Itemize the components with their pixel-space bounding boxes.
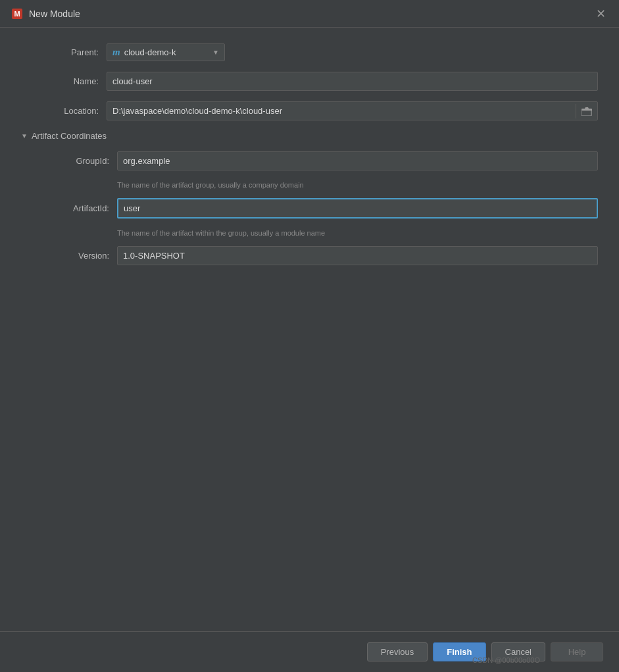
groupId-label: GroupId: xyxy=(32,156,117,166)
artifact-section-header[interactable]: ▼ Artifact Coordinates xyxy=(21,131,598,141)
parent-row: Parent: m cloud-demo-k ▼ xyxy=(21,43,598,61)
title-bar: M New Module ✕ xyxy=(0,0,619,28)
artifactId-row: ArtifactId: xyxy=(32,198,598,219)
name-label: Name: xyxy=(21,76,107,86)
title-bar-left: M New Module xyxy=(11,7,80,20)
collapse-triangle-icon: ▼ xyxy=(21,132,28,140)
version-label: Version: xyxy=(32,251,117,261)
svg-text:M: M xyxy=(14,10,20,18)
help-button[interactable]: Help xyxy=(551,642,603,661)
parent-dropdown[interactable]: m cloud-demo-k ▼ xyxy=(107,43,225,61)
dialog-new-module: M New Module ✕ Parent: m cloud-demo-k ▼ … xyxy=(0,0,619,672)
location-row: Location: xyxy=(21,101,598,120)
parent-value: cloud-demo-k xyxy=(124,47,209,57)
parent-label: Parent: xyxy=(21,47,107,57)
artifactId-input[interactable] xyxy=(117,198,598,219)
form-content: Parent: m cloud-demo-k ▼ Name: Location: xyxy=(0,28,619,631)
version-input[interactable] xyxy=(117,246,598,265)
location-input-wrapper xyxy=(107,101,598,120)
groupId-hint: The name of the artifact group, usually … xyxy=(117,181,598,189)
artifact-section-content: GroupId: The name of the artifact group,… xyxy=(32,151,598,265)
maven-icon: m xyxy=(112,47,120,58)
name-input[interactable] xyxy=(107,72,598,91)
dropdown-arrow-icon: ▼ xyxy=(212,49,219,56)
location-input[interactable] xyxy=(107,102,576,120)
groupId-row: GroupId: xyxy=(32,151,598,170)
name-row: Name: xyxy=(21,72,598,91)
artifactId-hint: The name of the artifact within the grou… xyxy=(117,229,598,237)
app-icon: M xyxy=(11,7,24,20)
browse-button[interactable] xyxy=(576,104,597,118)
version-row: Version: xyxy=(32,246,598,265)
previous-button[interactable]: Previous xyxy=(367,642,428,661)
watermark-text: CSDN @00b00o00O xyxy=(472,656,540,664)
dialog-footer: Previous Finish Cancel Help xyxy=(0,631,619,672)
window-title: New Module xyxy=(29,9,80,19)
groupId-input[interactable] xyxy=(117,151,598,170)
close-button[interactable]: ✕ xyxy=(593,7,608,21)
artifactId-label: ArtifactId: xyxy=(32,203,117,213)
artifact-section-title: Artifact Coordinates xyxy=(32,131,107,141)
location-label: Location: xyxy=(21,106,107,116)
